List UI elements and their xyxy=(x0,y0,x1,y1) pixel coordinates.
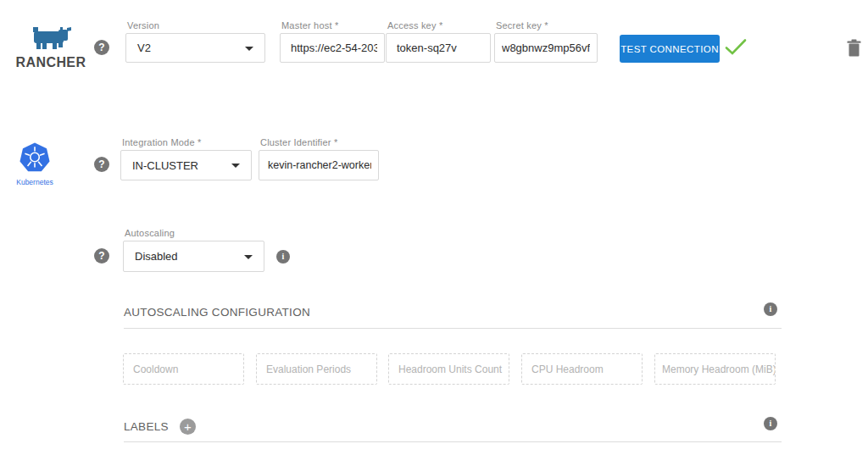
autoscaling-configuration-divider xyxy=(124,328,782,329)
rancher-logo: RANCHER xyxy=(12,27,90,70)
memory-headroom-field: Memory Headroom (MiB) xyxy=(654,353,776,385)
evaluation-periods-field: Evaluation Periods xyxy=(256,353,377,385)
rancher-logo-text: RANCHER xyxy=(12,55,90,70)
labels-divider xyxy=(124,441,782,442)
access-key-input[interactable] xyxy=(386,33,491,63)
chevron-down-icon xyxy=(245,47,253,51)
version-select[interactable]: V2 xyxy=(125,33,265,63)
access-key-label: Access key * xyxy=(387,20,442,31)
kubernetes-help-icon[interactable]: ? xyxy=(94,157,109,172)
test-connection-button[interactable]: TEST CONNECTION xyxy=(620,35,720,63)
secret-key-label: Secret key * xyxy=(496,20,548,31)
integration-mode-value: IN-CLUSTER xyxy=(132,159,198,172)
cooldown-field: Cooldown xyxy=(123,353,244,385)
kubernetes-logo-text: Kubernetes xyxy=(12,178,58,186)
cluster-identifier-label: Cluster Identifier * xyxy=(260,137,337,147)
integration-settings-page: RANCHER ? Version V2 Master host * Acces… xyxy=(0,0,868,466)
master-host-label: Master host * xyxy=(281,20,338,31)
version-label: Version xyxy=(127,20,159,31)
autoscaling-configuration-title: AUTOSCALING CONFIGURATION xyxy=(124,306,310,319)
labels-info-icon[interactable]: i xyxy=(764,417,777,430)
chevron-down-icon xyxy=(244,255,253,259)
autoscaling-label: Autoscaling xyxy=(125,228,175,238)
kubernetes-logo: Kubernetes xyxy=(12,142,58,186)
autoscaling-info-icon[interactable]: i xyxy=(276,250,290,264)
rancher-help-icon[interactable]: ? xyxy=(94,40,109,55)
headroom-units-count-field: Headroom Units Count xyxy=(388,353,509,385)
autoscaling-value: Disabled xyxy=(135,250,178,263)
kubernetes-helm-icon xyxy=(19,161,51,175)
integration-mode-label: Integration Mode * xyxy=(122,137,202,147)
connection-success-check-icon xyxy=(725,38,747,60)
autoscaling-configuration-info-icon[interactable]: i xyxy=(764,302,777,316)
version-value: V2 xyxy=(137,42,151,54)
cluster-identifier-input[interactable] xyxy=(259,150,379,180)
add-label-button[interactable]: + xyxy=(180,419,196,435)
rancher-bull-icon xyxy=(31,38,71,53)
cpu-headroom-field: CPU Headroom xyxy=(521,353,643,385)
autoscaling-select[interactable]: Disabled xyxy=(123,241,264,272)
delete-integration-trash-icon[interactable] xyxy=(847,39,861,60)
chevron-down-icon xyxy=(231,164,240,168)
integration-mode-select[interactable]: IN-CLUSTER xyxy=(120,150,252,180)
master-host-input[interactable] xyxy=(280,33,385,63)
secret-key-input[interactable] xyxy=(494,33,598,63)
labels-title: LABELS xyxy=(124,420,169,433)
autoscaling-help-icon[interactable]: ? xyxy=(94,248,109,264)
